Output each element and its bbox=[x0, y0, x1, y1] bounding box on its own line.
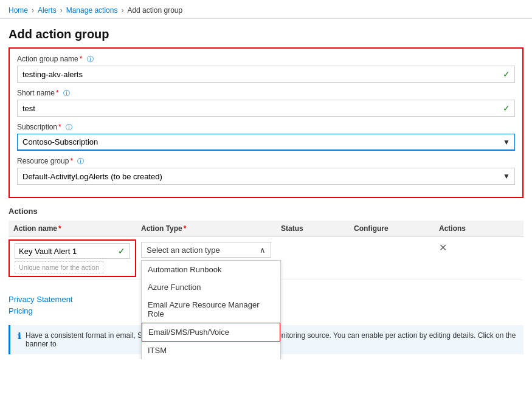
breadcrumb-sep-1: › bbox=[32, 6, 34, 15]
action-name-input-wrapper: ✓ bbox=[15, 243, 130, 259]
subscription-select[interactable]: Contoso-Subscription bbox=[17, 134, 515, 151]
actions-cell: ✕ bbox=[434, 239, 495, 256]
page-title: Add action group bbox=[0, 19, 532, 47]
short-name-info-icon[interactable]: ⓘ bbox=[63, 89, 70, 97]
resource-group-info-icon[interactable]: ⓘ bbox=[77, 157, 84, 165]
action-name-input[interactable] bbox=[15, 243, 130, 259]
action-group-form-section: Action group name* ⓘ ✓ Short name* ⓘ ✓ S… bbox=[9, 47, 523, 198]
action-group-name-input[interactable] bbox=[17, 66, 515, 83]
dropdown-item-email-azure-rm-role[interactable]: Email Azure Resource Manager Role bbox=[142, 296, 280, 323]
breadcrumb: Home › Alerts › Manage actions › Add act… bbox=[0, 0, 532, 19]
action-type-chevron-up-icon: ∧ bbox=[260, 246, 266, 255]
breadcrumb-sep-2: › bbox=[60, 6, 63, 15]
action-group-name-input-wrapper: ✓ bbox=[17, 66, 515, 83]
action-group-name-info-icon[interactable]: ⓘ bbox=[87, 55, 94, 63]
col-header-status: Status bbox=[276, 224, 349, 233]
action-group-name-field: Action group name* ⓘ ✓ bbox=[17, 55, 515, 83]
action-name-cell: ✓ Unique name for the action bbox=[9, 239, 136, 277]
col-header-configure: Configure bbox=[349, 224, 434, 233]
breadcrumb-alerts[interactable]: Alerts bbox=[38, 6, 57, 15]
actions-table-header: Action name* Action Type* Status Configu… bbox=[9, 221, 523, 237]
actions-section: Actions Action name* Action Type* Status… bbox=[9, 207, 523, 280]
col-header-action-name: Action name* bbox=[9, 224, 136, 233]
delete-row-icon[interactable]: ✕ bbox=[439, 242, 447, 253]
col-header-actions: Actions bbox=[434, 224, 495, 233]
resource-group-select-wrapper: Default-ActivityLogAlerts (to be created… bbox=[17, 168, 515, 185]
dropdown-item-itsm[interactable]: ITSM bbox=[142, 342, 280, 359]
breadcrumb-current: Add action group bbox=[127, 6, 182, 15]
dropdown-item-automation-runbook[interactable]: Automation Runbook bbox=[142, 261, 280, 278]
action-type-dropdown-container: Select an action type ∧ Automation Runbo… bbox=[141, 242, 271, 258]
short-name-check-icon: ✓ bbox=[503, 103, 510, 113]
status-cell bbox=[276, 239, 349, 244]
actions-section-label: Actions bbox=[9, 207, 523, 216]
subscription-info-icon[interactable]: ⓘ bbox=[66, 123, 72, 131]
col-header-action-type: Action Type* bbox=[136, 224, 276, 233]
short-name-input-wrapper: ✓ bbox=[17, 100, 515, 117]
breadcrumb-manage-actions[interactable]: Manage actions bbox=[66, 6, 118, 15]
action-type-placeholder: Select an action type bbox=[147, 246, 220, 255]
action-name-check-icon: ✓ bbox=[118, 246, 125, 256]
table-row: ✓ Unique name for the action Select an a… bbox=[9, 237, 523, 280]
resource-group-label: Resource group* ⓘ bbox=[17, 157, 515, 166]
action-group-name-check-icon: ✓ bbox=[503, 69, 510, 79]
short-name-input[interactable] bbox=[17, 100, 515, 117]
action-type-cell: Select an action type ∧ Automation Runbo… bbox=[136, 239, 276, 260]
short-name-field: Short name* ⓘ ✓ bbox=[17, 89, 515, 117]
configure-cell bbox=[349, 239, 434, 244]
main-content: Action group name* ⓘ ✓ Short name* ⓘ ✓ S… bbox=[0, 47, 532, 280]
info-banner-icon: ℹ bbox=[18, 331, 21, 341]
unique-name-hint: Unique name for the action bbox=[15, 261, 103, 273]
action-type-dropdown-menu: Automation Runbook Azure Function Email … bbox=[141, 260, 281, 359]
dropdown-item-azure-function[interactable]: Azure Function bbox=[142, 278, 280, 296]
subscription-select-wrapper: Contoso-Subscription ▼ bbox=[17, 134, 515, 151]
breadcrumb-home[interactable]: Home bbox=[9, 6, 28, 15]
subscription-label: Subscription* ⓘ bbox=[17, 123, 515, 132]
action-type-dropdown-trigger[interactable]: Select an action type ∧ bbox=[141, 242, 271, 258]
action-group-name-label: Action group name* ⓘ bbox=[17, 55, 515, 64]
dropdown-item-email-sms-push-voice[interactable]: Email/SMS/Push/Voice bbox=[142, 323, 280, 342]
short-name-label: Short name* ⓘ bbox=[17, 89, 515, 98]
resource-group-select[interactable]: Default-ActivityLogAlerts (to be created… bbox=[17, 168, 515, 185]
resource-group-field: Resource group* ⓘ Default-ActivityLogAle… bbox=[17, 157, 515, 185]
breadcrumb-sep-3: › bbox=[121, 6, 123, 15]
subscription-field: Subscription* ⓘ Contoso-Subscription ▼ bbox=[17, 123, 515, 151]
